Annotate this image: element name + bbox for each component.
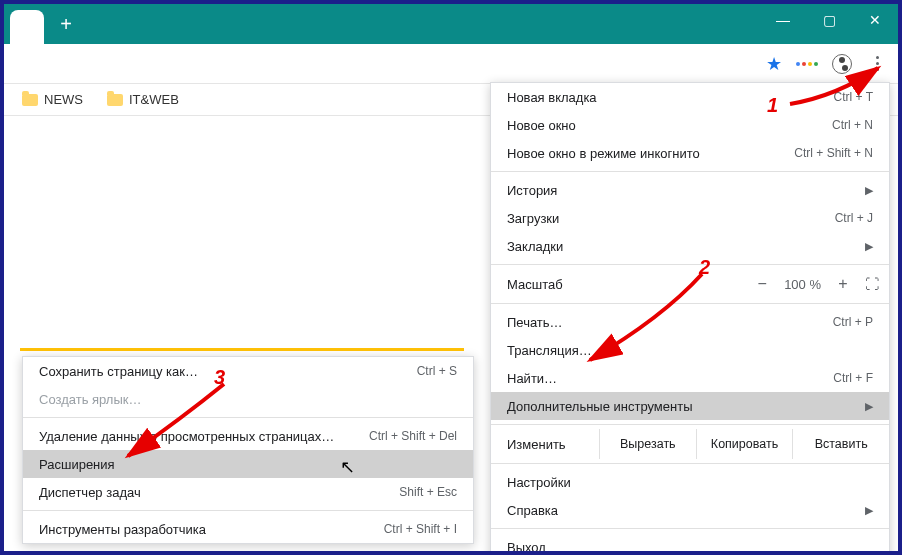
menu-zoom: Масштаб − 100 % + ⛶ — [491, 269, 889, 299]
window-controls: — ▢ ✕ — [760, 4, 898, 36]
chrome-main-menu: Новая вкладка Ctrl + T Новое окно Ctrl +… — [490, 82, 890, 555]
menu-separator — [491, 303, 889, 304]
menu-print[interactable]: Печать… Ctrl + P — [491, 308, 889, 336]
menu-new-tab[interactable]: Новая вкладка Ctrl + T — [491, 83, 889, 111]
submenu-save-page[interactable]: Сохранить страницу как… Ctrl + S — [23, 357, 473, 385]
bookmark-label: IT&WEB — [129, 92, 179, 107]
menu-separator — [491, 528, 889, 529]
menu-history[interactable]: История ▶ — [491, 176, 889, 204]
annotation-number-3: 3 — [214, 366, 225, 389]
annotation-number-1: 1 — [767, 94, 778, 117]
menu-edit: Изменить Вырезать Копировать Вставить — [491, 429, 889, 459]
folder-icon — [22, 94, 38, 106]
submenu-arrow-icon: ▶ — [865, 184, 873, 197]
maximize-button[interactable]: ▢ — [806, 4, 852, 36]
browser-window: + — ▢ ✕ ★ NEWS IT&WEB Новая вкладка — [0, 0, 902, 555]
submenu-extensions[interactable]: Расширения — [23, 450, 473, 478]
menu-find[interactable]: Найти… Ctrl + F — [491, 364, 889, 392]
more-menu-button[interactable] — [866, 53, 888, 75]
bookmark-folder-itweb[interactable]: IT&WEB — [107, 92, 179, 107]
fullscreen-button[interactable]: ⛶ — [865, 276, 879, 292]
extension-icon[interactable] — [796, 62, 818, 66]
menu-cast[interactable]: Трансляция… — [491, 336, 889, 364]
active-tab[interactable] — [10, 10, 44, 44]
more-tools-submenu: Сохранить страницу как… Ctrl + S Создать… — [22, 356, 474, 544]
menu-separator — [491, 171, 889, 172]
submenu-dev-tools[interactable]: Инструменты разработчика Ctrl + Shift + … — [23, 515, 473, 543]
menu-separator — [23, 417, 473, 418]
menu-exit[interactable]: Выход — [491, 533, 889, 555]
minimize-button[interactable]: — — [760, 4, 806, 36]
zoom-value: 100 % — [784, 277, 821, 292]
bookmark-star-icon[interactable]: ★ — [766, 53, 782, 75]
menu-more-tools[interactable]: Дополнительные инструменты ▶ — [491, 392, 889, 420]
new-tab-button[interactable]: + — [52, 10, 80, 38]
menu-help[interactable]: Справка ▶ — [491, 496, 889, 524]
menu-separator — [491, 463, 889, 464]
folder-icon — [107, 94, 123, 106]
cursor-icon: ↖ — [340, 456, 355, 478]
menu-separator — [491, 264, 889, 265]
bookmark-folder-news[interactable]: NEWS — [22, 92, 83, 107]
submenu-arrow-icon: ▶ — [865, 504, 873, 517]
menu-settings[interactable]: Настройки — [491, 468, 889, 496]
menu-bookmarks[interactable]: Закладки ▶ — [491, 232, 889, 260]
submenu-task-manager[interactable]: Диспетчер задач Shift + Esc — [23, 478, 473, 506]
edit-cut-button[interactable]: Вырезать — [599, 429, 696, 459]
menu-incognito[interactable]: Новое окно в режиме инкогнито Ctrl + Shi… — [491, 139, 889, 167]
menu-downloads[interactable]: Загрузки Ctrl + J — [491, 204, 889, 232]
submenu-clear-browsing-data[interactable]: Удаление данных о просмотренных страница… — [23, 422, 473, 450]
close-button[interactable]: ✕ — [852, 4, 898, 36]
titlebar: + — ▢ ✕ — [4, 4, 898, 44]
zoom-out-button[interactable]: − — [752, 275, 772, 293]
annotation-number-2: 2 — [699, 256, 710, 279]
edit-copy-button[interactable]: Копировать — [696, 429, 793, 459]
bookmark-label: NEWS — [44, 92, 83, 107]
submenu-create-shortcut[interactable]: Создать ярлык… — [23, 385, 473, 413]
menu-new-window[interactable]: Новое окно Ctrl + N — [491, 111, 889, 139]
decorative-strip — [20, 348, 464, 351]
menu-separator — [491, 424, 889, 425]
toolbar: ★ — [4, 44, 898, 84]
profile-icon[interactable] — [832, 54, 852, 74]
submenu-arrow-icon: ▶ — [865, 400, 873, 413]
submenu-arrow-icon: ▶ — [865, 240, 873, 253]
menu-separator — [23, 510, 473, 511]
zoom-in-button[interactable]: + — [833, 275, 853, 293]
edit-paste-button[interactable]: Вставить — [792, 429, 889, 459]
